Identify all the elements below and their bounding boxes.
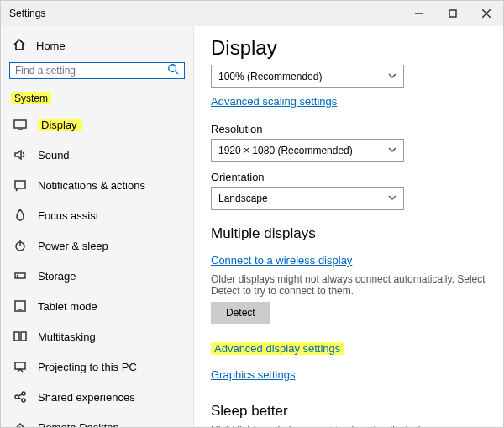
svg-point-4 bbox=[169, 65, 176, 72]
sidebar-item-focus-assist[interactable]: Focus assist bbox=[9, 200, 185, 230]
svg-point-12 bbox=[18, 276, 18, 277]
sleep-better-heading: Sleep better bbox=[211, 403, 486, 420]
advanced-display-link[interactable]: Advanced display settings bbox=[211, 342, 344, 355]
sidebar-item-storage[interactable]: Storage bbox=[9, 261, 185, 291]
scale-value: 100% (Recommended) bbox=[218, 71, 322, 82]
sidebar-item-label: Sound bbox=[38, 149, 70, 161]
content-pane: Display 100% (Recommended) Advanced scal… bbox=[194, 26, 503, 427]
resolution-label: Resolution bbox=[211, 123, 486, 135]
sidebar-item-sound[interactable]: Sound bbox=[9, 140, 185, 170]
maximize-button[interactable] bbox=[436, 1, 470, 26]
sleep-desc: Night light can help you get to sleep by… bbox=[211, 425, 486, 427]
sidebar-item-projecting[interactable]: Projecting to this PC bbox=[9, 351, 185, 382]
search-input[interactable] bbox=[15, 65, 167, 77]
multi-desc: Older displays might not always connect … bbox=[211, 273, 486, 297]
minimize-button[interactable] bbox=[402, 1, 436, 26]
orientation-dropdown[interactable]: Landscape bbox=[211, 187, 404, 210]
home-label: Home bbox=[36, 40, 66, 52]
svg-line-21 bbox=[18, 394, 22, 396]
home-link[interactable]: Home bbox=[9, 33, 185, 62]
svg-point-19 bbox=[22, 392, 25, 395]
sidebar-item-label: Storage bbox=[38, 270, 76, 283]
search-input-wrap[interactable] bbox=[9, 62, 185, 79]
multitasking-icon bbox=[13, 329, 28, 344]
sidebar-item-label: Tablet mode bbox=[38, 300, 97, 313]
page-heading: Display bbox=[211, 36, 486, 60]
advanced-scaling-link[interactable]: Advanced scaling settings bbox=[211, 95, 337, 108]
remote-desktop-icon bbox=[13, 420, 28, 427]
home-icon bbox=[13, 38, 26, 54]
close-button[interactable] bbox=[470, 1, 503, 26]
svg-rect-15 bbox=[14, 332, 19, 341]
chevron-down-icon bbox=[388, 145, 396, 156]
resolution-dropdown[interactable]: 1920 × 1080 (Recommended) bbox=[211, 139, 404, 162]
sidebar-item-label: Shared experiences bbox=[38, 391, 135, 404]
sidebar-item-label: Focus assist bbox=[38, 209, 98, 222]
focus-assist-icon bbox=[13, 208, 28, 223]
orientation-value: Landscape bbox=[218, 193, 268, 204]
scale-dropdown[interactable]: 100% (Recommended) bbox=[211, 65, 404, 88]
sidebar-item-tablet-mode[interactable]: Tablet mode bbox=[9, 291, 185, 321]
svg-point-20 bbox=[22, 399, 25, 402]
titlebar: Settings bbox=[1, 1, 503, 26]
orientation-label: Orientation bbox=[211, 171, 486, 183]
detect-button[interactable]: Detect bbox=[211, 302, 270, 324]
tablet-icon bbox=[13, 299, 28, 314]
sidebar-item-power-sleep[interactable]: Power & sleep bbox=[9, 230, 185, 261]
nav-list: Display Sound Notifications & actions Fo… bbox=[9, 109, 185, 427]
svg-rect-1 bbox=[449, 10, 456, 17]
storage-icon bbox=[13, 268, 28, 283]
svg-line-22 bbox=[18, 398, 22, 399]
projecting-icon bbox=[13, 359, 28, 374]
svg-point-18 bbox=[15, 395, 18, 399]
graphics-settings-link[interactable]: Graphics settings bbox=[211, 368, 295, 381]
sidebar: Home System Display Sound bbox=[1, 26, 194, 427]
sidebar-item-notifications[interactable]: Notifications & actions bbox=[9, 170, 185, 200]
sidebar-item-display[interactable]: Display bbox=[9, 109, 185, 140]
sidebar-item-label: Multitasking bbox=[38, 330, 96, 343]
sound-icon bbox=[13, 147, 28, 162]
display-icon bbox=[13, 117, 28, 132]
breadcrumb: System bbox=[9, 89, 185, 109]
power-icon bbox=[13, 238, 28, 253]
chevron-down-icon bbox=[388, 193, 396, 204]
window-title: Settings bbox=[9, 8, 402, 19]
sidebar-item-remote-desktop[interactable]: Remote Desktop bbox=[9, 412, 185, 427]
sidebar-item-multitasking[interactable]: Multitasking bbox=[9, 321, 185, 351]
shared-icon bbox=[13, 389, 28, 404]
svg-rect-8 bbox=[15, 181, 25, 188]
svg-rect-17 bbox=[15, 362, 25, 369]
multiple-displays-heading: Multiple displays bbox=[211, 225, 486, 242]
search-icon bbox=[167, 63, 179, 78]
sidebar-item-label: Remote Desktop bbox=[38, 421, 119, 428]
chevron-down-icon bbox=[388, 71, 396, 82]
svg-rect-6 bbox=[14, 120, 26, 128]
sidebar-item-label: Power & sleep bbox=[38, 240, 108, 252]
notifications-icon bbox=[13, 177, 28, 193]
resolution-value: 1920 × 1080 (Recommended) bbox=[218, 145, 353, 156]
sidebar-item-label: Notifications & actions bbox=[38, 179, 145, 192]
svg-rect-16 bbox=[21, 332, 26, 341]
sidebar-item-shared-experiences[interactable]: Shared experiences bbox=[9, 382, 185, 412]
sidebar-item-label: Projecting to this PC bbox=[38, 361, 137, 373]
connect-wireless-link[interactable]: Connect to a wireless display bbox=[211, 254, 352, 267]
svg-line-5 bbox=[176, 71, 179, 75]
sidebar-item-label: Display bbox=[38, 119, 82, 131]
